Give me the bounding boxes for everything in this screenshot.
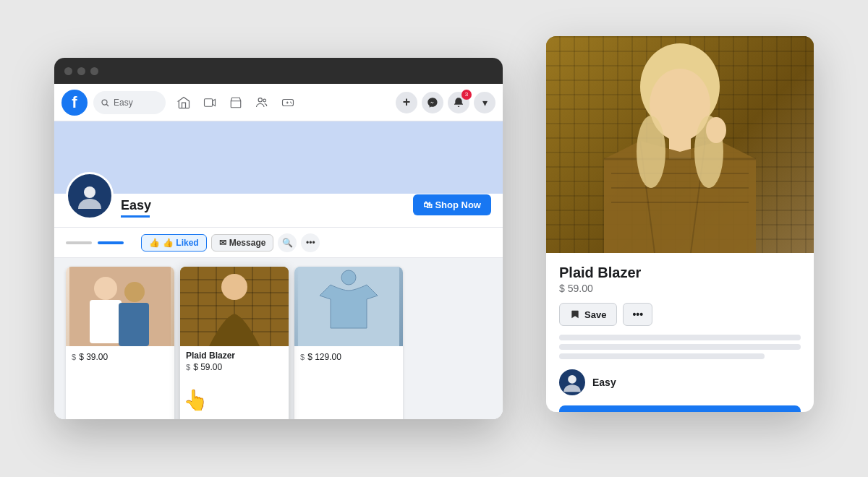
navbar: f Easy — [54, 84, 503, 121]
facebook-window: f Easy — [54, 58, 503, 419]
svg-rect-13 — [90, 300, 122, 343]
shop-now-button[interactable]: 🛍 Shop Now — [413, 194, 491, 215]
page-avatar — [66, 172, 114, 220]
product-name-2: Plaid Blazer — [186, 351, 283, 361]
search-tab-button[interactable]: 🔍 — [278, 233, 297, 252]
profile-info: Easy — [121, 198, 406, 220]
cursor-hand-icon: 👆 — [183, 388, 208, 412]
svg-point-8 — [290, 101, 292, 103]
gaming-icon[interactable] — [278, 93, 297, 112]
svg-point-14 — [124, 282, 145, 302]
notification-badge: 3 — [461, 90, 472, 100]
store-icon[interactable] — [226, 93, 245, 112]
save-button[interactable]: Save — [559, 303, 617, 326]
svg-point-39 — [637, 116, 665, 188]
desc-line-1 — [559, 335, 801, 340]
product-info-1: $ $ 39.00 — [66, 346, 174, 368]
liked-button[interactable]: 👍 👍 Liked — [141, 234, 207, 252]
page-tabs: 👍 👍 Liked ✉ Message 🔍 ••• — [54, 228, 503, 258]
svg-line-1 — [106, 104, 109, 106]
product-image-2 — [180, 267, 289, 346]
description-lines — [559, 335, 801, 359]
product-card-3[interactable]: $ $ 129.00 — [294, 267, 403, 419]
seller-name: Easy — [592, 377, 616, 388]
detail-title: Plaid Blazer — [559, 265, 801, 281]
product-price-1: $ $ 39.00 — [72, 352, 169, 362]
product-price-3: $ $ 129.00 — [300, 352, 397, 362]
products-grid: $ $ 39.00 — [54, 258, 503, 419]
detail-price: $ 59.00 — [559, 283, 801, 294]
desc-line-2 — [559, 344, 801, 350]
facebook-logo: f — [61, 90, 88, 116]
svg-point-29 — [341, 270, 356, 285]
desc-line-3 — [559, 353, 765, 359]
detail-product-image — [546, 36, 814, 253]
product-image-1 — [66, 267, 174, 346]
svg-point-0 — [102, 100, 107, 105]
product-card-1[interactable]: $ $ 39.00 — [66, 267, 174, 419]
svg-point-42 — [568, 375, 576, 384]
notifications-button[interactable]: 3 — [448, 92, 469, 113]
detail-info: Plaid Blazer $ 59.00 Save ••• — [546, 253, 814, 412]
tab-actions: 👍 👍 Liked ✉ Message 🔍 ••• — [141, 233, 320, 252]
svg-point-12 — [94, 277, 117, 300]
search-bar[interactable]: Easy — [93, 91, 166, 114]
cover-photo — [54, 121, 503, 194]
groups-icon[interactable] — [252, 93, 271, 112]
dot-yellow — [77, 67, 85, 75]
product-info-3: $ $ 129.00 — [294, 346, 403, 368]
nav-right: + 3 ▾ — [396, 92, 495, 113]
titlebar — [54, 58, 503, 84]
plus-button[interactable]: + — [396, 92, 417, 113]
dot-red — [64, 67, 72, 75]
svg-point-41 — [706, 117, 726, 143]
product-image-3 — [294, 267, 403, 346]
search-value: Easy — [114, 98, 133, 108]
home-icon[interactable] — [174, 93, 193, 112]
bookmark-icon — [570, 309, 580, 319]
video-icon[interactable] — [200, 93, 219, 112]
profile-section: Easy 🛍 Shop Now — [54, 194, 503, 228]
svg-point-3 — [258, 98, 262, 101]
svg-point-27 — [221, 274, 247, 300]
dot-green — [90, 67, 98, 75]
svg-rect-15 — [119, 303, 149, 346]
seller-info: Easy — [559, 369, 801, 395]
messenger-button[interactable] — [422, 92, 443, 113]
svg-point-4 — [263, 99, 266, 102]
tab-inactive[interactable] — [66, 241, 92, 244]
account-menu-button[interactable]: ▾ — [474, 92, 495, 113]
message-button[interactable]: ✉ Message — [211, 234, 274, 252]
search-icon — [101, 98, 109, 107]
scene: f Easy — [54, 36, 814, 441]
seller-avatar — [559, 369, 585, 395]
page-underline — [121, 215, 150, 218]
product-detail-panel: Plaid Blazer $ 59.00 Save ••• — [546, 36, 814, 412]
more-tab-button[interactable]: ••• — [301, 233, 320, 252]
nav-icons — [174, 93, 297, 112]
page-content: Easy 🛍 Shop Now 👍 👍 Liked ✉ — [54, 121, 503, 419]
detail-actions: Save ••• — [559, 303, 801, 326]
page-name: Easy — [121, 198, 406, 213]
product-price-2: $ $ 59.00 — [186, 362, 283, 372]
svg-point-9 — [292, 103, 293, 104]
checkout-button[interactable]: Check Out on Website — [559, 405, 801, 412]
product-info-2: Plaid Blazer $ $ 59.00 — [180, 346, 289, 378]
svg-point-10 — [84, 186, 95, 198]
tab-active[interactable] — [98, 241, 124, 244]
svg-rect-2 — [205, 98, 213, 106]
more-options-button[interactable]: ••• — [623, 303, 652, 326]
